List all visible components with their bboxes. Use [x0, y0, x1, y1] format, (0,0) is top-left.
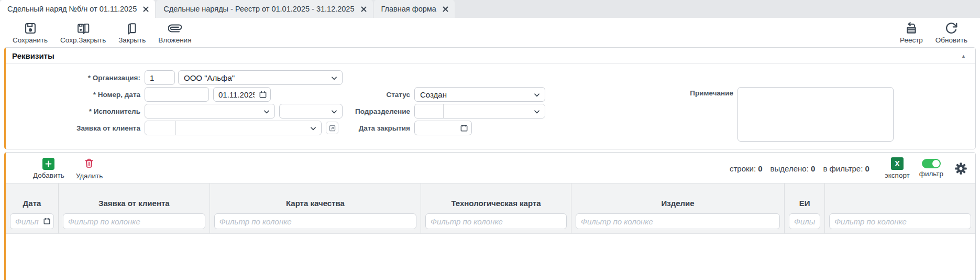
door-icon [125, 21, 139, 35]
column-client-request: Заявка от клиента [59, 184, 210, 233]
note-textarea[interactable] [737, 87, 894, 142]
grid-header-row: Дата Заявка от клиента Карта качества Те… [6, 183, 975, 234]
tab-orders-registry[interactable]: Сдельные наряды - Реестр от 01.01.2025 -… [156, 0, 372, 18]
column-date: Дата [6, 184, 59, 233]
excel-icon: X [891, 157, 904, 170]
close-form-label: Закрыть [118, 36, 146, 44]
number-input[interactable] [145, 87, 209, 102]
registry-button[interactable]: Реестр [896, 19, 927, 45]
tab-label: Сдельные наряды - Реестр от 01.01.2025 -… [163, 5, 354, 13]
requisites-form: * Организация: ООО "Альфа" * Номер, дата [6, 64, 975, 149]
save-close-icon [76, 21, 90, 35]
filter-input[interactable] [214, 213, 416, 229]
delete-row-button[interactable]: Удалить [76, 157, 103, 180]
calendar-icon[interactable] [43, 217, 51, 225]
save-close-button[interactable]: Сохр.Закрыть [56, 19, 110, 45]
chevron-down-icon [533, 108, 541, 115]
refresh-button[interactable]: Обновить [931, 19, 972, 45]
filtered-count: в фильтре: 0 [823, 164, 869, 173]
organization-code-input[interactable] [145, 70, 175, 85]
close-date-label: Дата закрытия [349, 124, 414, 132]
save-button[interactable]: Сохранить [8, 19, 52, 45]
filter-input[interactable] [829, 213, 971, 229]
export-label: экспорт [885, 171, 910, 179]
column-header[interactable]: ЕИ [789, 199, 820, 208]
tab-label: Сдельный наряд №б/н от 01.11.2025 [7, 5, 137, 13]
client-request-field [145, 121, 322, 135]
column-header[interactable]: Изделие [576, 199, 780, 208]
filter-toggle-button[interactable]: фильтр [919, 159, 943, 178]
executor-label: * Исполнитель [6, 107, 145, 115]
app-window: Сдельный наряд №б/н от 01.11.2025 Сдельн… [0, 0, 980, 280]
grid-toolbar: Добавить Удалить строки: 0 выделено: 0 в… [6, 153, 975, 183]
column-header[interactable] [829, 199, 971, 208]
client-request-label: Заявка от клиента [6, 124, 145, 132]
close-form-button[interactable]: Закрыть [114, 19, 150, 45]
add-row-button[interactable]: Добавить [33, 158, 64, 179]
tab-main-form[interactable]: Главная форма [374, 0, 455, 18]
add-row-label: Добавить [33, 171, 64, 179]
organization-select[interactable]: ООО "Альфа" [178, 70, 343, 85]
trash-icon [83, 157, 95, 170]
department-code-input[interactable] [415, 104, 444, 118]
items-grid-panel: Добавить Удалить строки: 0 выделено: 0 в… [4, 152, 976, 280]
toggle-on-icon[interactable] [922, 159, 941, 168]
filter-input[interactable] [63, 213, 205, 229]
client-request-code-input[interactable] [145, 121, 176, 135]
refresh-label: Обновить [935, 36, 967, 44]
external-link-icon [328, 124, 336, 132]
gear-icon[interactable] [954, 161, 968, 176]
open-client-request-button[interactable] [326, 122, 338, 134]
filter-input[interactable] [425, 213, 567, 229]
floppy-icon [24, 21, 37, 35]
department-select[interactable] [444, 104, 545, 118]
executor-select[interactable] [145, 104, 275, 119]
chevron-down-icon [263, 108, 270, 115]
note-label: Примечание [616, 87, 737, 97]
column-header[interactable]: Технологическая карта [425, 199, 567, 208]
filter-input[interactable] [789, 213, 820, 229]
chevron-down-icon [331, 108, 338, 115]
requisites-header: Реквизиты ▲ [6, 48, 975, 64]
collapse-icon[interactable]: ▲ [958, 53, 969, 59]
attachments-button[interactable]: Вложения [154, 19, 195, 45]
column-header[interactable]: Заявка от клиента [63, 199, 205, 208]
executor-extra-select[interactable] [279, 104, 343, 119]
column-tech-card: Технологическая карта [421, 184, 571, 233]
date-field [213, 87, 271, 102]
organization-value: ООО "Альфа" [184, 73, 235, 82]
calendar-icon[interactable] [259, 90, 267, 99]
rows-count: строки: 0 [730, 164, 763, 173]
chevron-down-icon [331, 74, 338, 82]
status-label: Статус [349, 91, 414, 99]
save-label: Сохранить [13, 36, 48, 44]
number-date-label: * Номер, дата [6, 91, 145, 99]
selected-count: выделено: 0 [770, 164, 816, 173]
status-value: Создан [420, 90, 447, 99]
tab-bar: Сдельный наряд №б/н от 01.11.2025 Сдельн… [0, 0, 980, 18]
tab-piecework-order[interactable]: Сдельный наряд №б/н от 01.11.2025 [0, 0, 155, 18]
main-toolbar: Сохранить Сохр.Закрыть [0, 18, 980, 47]
status-select[interactable]: Создан [414, 87, 545, 102]
organization-label: * Организация: [6, 74, 145, 82]
column-header[interactable]: Дата [10, 199, 54, 208]
export-button[interactable]: X экспорт [885, 157, 910, 179]
registry-label: Реестр [900, 36, 923, 44]
close-icon[interactable] [443, 6, 448, 12]
column-header[interactable]: Карта качества [214, 199, 416, 208]
panel-title: Реквизиты [12, 51, 54, 60]
department-label: Подразделение [349, 107, 414, 115]
chevron-down-icon [533, 91, 541, 99]
column-extra [825, 184, 975, 233]
client-request-select[interactable] [176, 121, 321, 135]
close-icon[interactable] [143, 6, 149, 12]
close-icon[interactable] [361, 6, 367, 12]
attachments-label: Вложения [158, 36, 191, 44]
paperclip-icon [168, 21, 182, 35]
refresh-icon [944, 21, 958, 35]
filter-input[interactable] [576, 213, 780, 229]
registry-icon [905, 21, 918, 35]
column-quality-card: Карта качества [210, 184, 421, 233]
save-close-label: Сохр.Закрыть [60, 36, 106, 44]
calendar-icon[interactable] [460, 124, 468, 132]
